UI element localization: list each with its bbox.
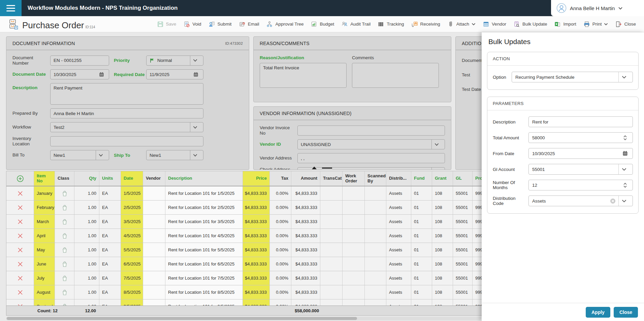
total-amount-stepper[interactable]: 58000 — [528, 132, 633, 143]
cell-fund[interactable]: 01 — [411, 257, 432, 271]
cell-scanned_by[interactable] — [365, 257, 386, 271]
cell-tax[interactable]: 0.00% — [270, 229, 291, 243]
cell-transcat[interactable] — [320, 186, 343, 200]
cell-date[interactable]: 7/5/2025 — [121, 271, 143, 285]
cell-gl[interactable]: 55001 — [453, 243, 473, 257]
chevron-down-icon[interactable] — [618, 195, 629, 206]
cell-amount[interactable]: $4,833.333 — [291, 271, 320, 285]
cell-work_order[interactable] — [343, 257, 365, 271]
cell-vendor[interactable] — [143, 299, 165, 306]
cell-distrib[interactable]: Assets — [386, 201, 411, 214]
cell-grant[interactable]: 108 — [432, 285, 453, 299]
column-header-grant[interactable]: Grant — [432, 171, 453, 186]
cell-gl[interactable]: 55001 — [453, 201, 473, 214]
tracking-button[interactable]: Tracking — [378, 21, 404, 28]
spinner-icon[interactable] — [621, 132, 629, 143]
gl-account-select[interactable]: 55001 — [528, 164, 633, 175]
cell-fund[interactable]: 01 — [411, 271, 432, 285]
chevron-down-icon[interactable] — [96, 150, 106, 160]
bill-to-select[interactable]: New1 — [50, 150, 109, 160]
cell-tax[interactable]: 0.00% — [270, 186, 291, 200]
cell-description[interactable]: Rent for Location 101 for 3/5/2025 — [165, 215, 243, 228]
cell-transcat[interactable] — [320, 299, 343, 306]
cell-item_no[interactable]: February — [34, 201, 55, 214]
cell-tax[interactable]: 0.00% — [270, 243, 291, 257]
cell-fund[interactable]: 01 — [411, 299, 432, 306]
cell-price[interactable]: $4,833.333 — [243, 201, 270, 214]
cell-work_order[interactable] — [343, 271, 365, 285]
void-button[interactable]: Void — [183, 21, 201, 28]
calendar-icon[interactable] — [97, 69, 106, 79]
column-header-fund[interactable]: Fund — [411, 171, 432, 186]
description-textarea[interactable]: Rent Payment — [50, 83, 203, 105]
cell-work_order[interactable] — [343, 186, 365, 200]
class-bag-icon[interactable] — [55, 201, 74, 214]
cell-grant[interactable]: 108 — [432, 299, 453, 306]
bulk-description-input[interactable]: Rent for — [528, 116, 633, 127]
column-header-amount[interactable]: Amount — [291, 171, 320, 186]
cell-distrib[interactable]: Assets — [386, 271, 411, 285]
cell-qty[interactable]: 1.00 — [74, 229, 99, 243]
panel-splitter[interactable] — [312, 167, 332, 169]
cell-vendor[interactable] — [143, 186, 165, 200]
delete-row-button[interactable] — [6, 215, 34, 228]
column-header-class[interactable]: Class — [55, 171, 74, 186]
class-bag-icon[interactable] — [55, 299, 74, 306]
calendar-icon[interactable] — [191, 69, 200, 79]
chevron-down-icon[interactable] — [431, 167, 442, 170]
scrollbar-thumb[interactable] — [7, 317, 357, 320]
close-button[interactable]: Close — [615, 21, 636, 28]
cell-units[interactable]: EA — [99, 285, 121, 299]
cell-grant[interactable]: 108 — [432, 243, 453, 257]
cell-fund[interactable]: 01 — [411, 285, 432, 299]
cell-grant[interactable]: 108 — [432, 215, 453, 228]
horizontal-scrollbar[interactable] — [6, 317, 481, 320]
column-header-transcat[interactable]: TransCat — [320, 171, 343, 186]
cell-work_order[interactable] — [343, 243, 365, 257]
chevron-down-icon[interactable] — [431, 139, 442, 149]
spinner-icon[interactable] — [621, 180, 629, 190]
cell-description[interactable]: Rent for Location 101 for 5/5/2025 — [165, 243, 243, 257]
approval-tree-button[interactable]: Approval Tree — [266, 21, 303, 28]
document-date-input[interactable]: 10/30/2025 — [50, 69, 109, 79]
chevron-down-icon[interactable] — [618, 72, 629, 82]
cell-distrib[interactable]: Assets — [386, 215, 411, 228]
column-header-units[interactable]: Units — [99, 171, 121, 186]
delete-row-button[interactable] — [6, 271, 34, 285]
cell-qty[interactable]: 1.00 — [74, 271, 99, 285]
audit-trail-button[interactable]: Audit Trail — [341, 21, 371, 28]
cell-description[interactable]: Rent for Location 101 for 8/5/2025 — [165, 285, 243, 299]
save-button[interactable]: Save — [157, 21, 176, 28]
cell-item_no[interactable]: March — [34, 215, 55, 228]
cell-distrib[interactable]: Assets — [386, 257, 411, 271]
cell-amount[interactable]: $4,833.333 — [291, 299, 320, 306]
cell-transcat[interactable] — [320, 215, 343, 228]
column-header-qty[interactable]: Qty — [74, 171, 99, 186]
class-bag-icon[interactable] — [55, 186, 74, 200]
cell-amount[interactable]: $4,833.333 — [291, 229, 320, 243]
column-header-vendor[interactable]: Vendor — [143, 171, 165, 186]
cell-fund[interactable]: 01 — [411, 201, 432, 214]
class-bag-icon[interactable] — [55, 257, 74, 271]
class-bag-icon[interactable] — [55, 243, 74, 257]
cell-date[interactable]: 1/5/2025 — [121, 186, 143, 200]
chevron-down-icon[interactable] — [190, 122, 200, 132]
class-bag-icon[interactable] — [55, 271, 74, 285]
delete-row-button[interactable] — [6, 229, 34, 243]
print-button[interactable]: Print — [583, 21, 608, 28]
column-header-scanned_by[interactable]: Scanned By — [365, 171, 386, 186]
cell-qty[interactable]: 1.00 — [74, 257, 99, 271]
cell-description[interactable]: Rent for Location 101 for 4/5/2025 — [165, 229, 243, 243]
cell-units[interactable]: EA — [99, 257, 121, 271]
cell-scanned_by[interactable] — [365, 229, 386, 243]
cell-transcat[interactable] — [320, 271, 343, 285]
cell-price[interactable]: $4,833.333 — [243, 215, 270, 228]
cell-tax[interactable]: 0.00% — [270, 257, 291, 271]
class-bag-icon[interactable] — [55, 229, 74, 243]
cell-grant[interactable]: 108 — [432, 229, 453, 243]
add-row-icon[interactable] — [6, 171, 34, 186]
cell-scanned_by[interactable] — [365, 201, 386, 214]
cell-price[interactable]: $4,833.333 — [243, 243, 270, 257]
chevron-down-icon[interactable] — [190, 150, 200, 160]
chevron-down-icon[interactable] — [618, 164, 629, 175]
